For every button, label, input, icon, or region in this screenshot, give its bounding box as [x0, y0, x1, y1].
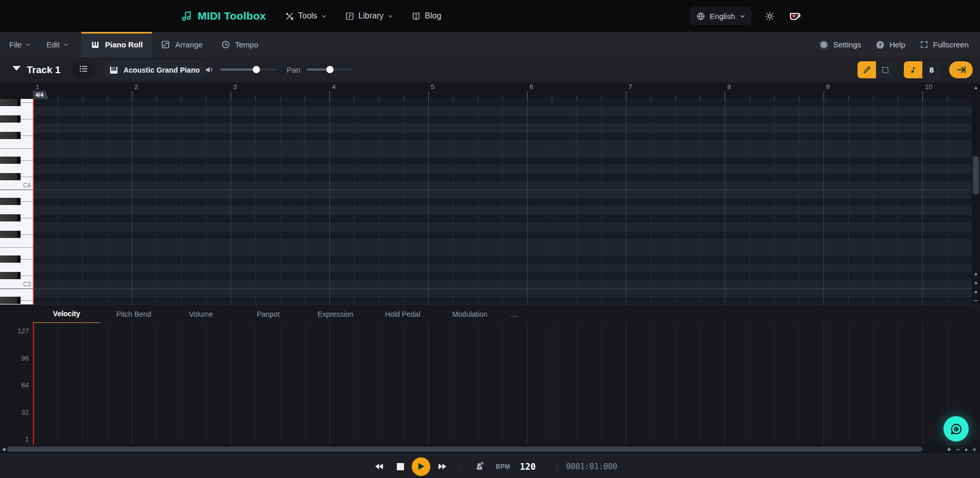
- track-name[interactable]: Track 1: [27, 57, 61, 82]
- white-key-separator: [21, 177, 33, 177]
- top-navigation: Tools Library Blog: [279, 0, 447, 32]
- bar-number: 1: [36, 83, 39, 91]
- black-key[interactable]: [0, 99, 21, 106]
- rewind-button[interactable]: [372, 454, 387, 478]
- note-length-button[interactable]: [904, 61, 922, 78]
- tab-arrange[interactable]: Arrange: [152, 32, 212, 57]
- pan-slider-thumb[interactable]: [326, 66, 334, 73]
- tab-tempo[interactable]: Tempo: [212, 32, 268, 57]
- black-key[interactable]: [0, 198, 21, 205]
- zoom-in-vertical-button[interactable]: +: [972, 280, 980, 286]
- pencil-tool-button[interactable]: [857, 61, 876, 78]
- piano-keyboard[interactable]: C4C3: [0, 99, 33, 304]
- white-key-separator: [21, 201, 33, 202]
- rewind-icon: [375, 463, 384, 470]
- volume-slider-thumb[interactable]: [253, 66, 260, 73]
- gear-icon: [819, 40, 829, 49]
- key-label: C4: [23, 182, 31, 189]
- volume-slider[interactable]: [220, 69, 277, 71]
- metronome-button[interactable]: [472, 454, 486, 478]
- zoom-out-horizontal-button[interactable]: −: [954, 445, 961, 454]
- bpm-value[interactable]: 120: [520, 454, 536, 478]
- controller-tab-volume[interactable]: Volume: [167, 305, 235, 323]
- menu-file-label: File: [9, 40, 22, 49]
- octave-separator: [0, 190, 33, 190]
- track-collapse-caret-icon[interactable]: [12, 66, 21, 71]
- feedback-fab[interactable]: [943, 416, 969, 441]
- controller-tab-panpot[interactable]: Panpot: [235, 305, 302, 323]
- controller-tabs-more-button[interactable]: ...: [503, 305, 526, 323]
- brand: MIDI Toolbox: [181, 0, 266, 32]
- tab-piano-roll[interactable]: Piano Roll: [81, 32, 152, 57]
- white-key-separator: [21, 160, 33, 161]
- pan-slider[interactable]: [307, 69, 353, 71]
- nav-blog[interactable]: Blog: [406, 7, 447, 25]
- fullscreen-label: Fullscreen: [933, 40, 969, 49]
- controller-tab-expression[interactable]: Expression: [302, 305, 369, 323]
- volume-slider-fill: [220, 69, 256, 71]
- zoom-out-vertical-button[interactable]: −: [972, 298, 980, 304]
- settings-button[interactable]: Settings: [812, 40, 868, 49]
- tab-arrange-label: Arrange: [175, 40, 202, 49]
- zoom-reset-vertical-button[interactable]: ●: [972, 289, 980, 295]
- timeline-ruler[interactable]: 12345678910: [0, 82, 972, 99]
- chevron-down-icon: [25, 42, 30, 47]
- black-key[interactable]: [0, 231, 21, 238]
- zoom-reset-horizontal-button[interactable]: ●: [962, 445, 970, 454]
- black-key[interactable]: [0, 115, 21, 123]
- white-key-separator: [21, 119, 33, 120]
- library-icon: [345, 12, 354, 21]
- note-length-value[interactable]: 8: [922, 61, 941, 78]
- menu-edit[interactable]: Edit: [40, 32, 75, 57]
- nav-library[interactable]: Library: [339, 7, 399, 25]
- playhead-grid: [33, 99, 34, 304]
- horizontal-scroll-thumb[interactable]: [7, 447, 922, 452]
- velocity-lane: 1279664321: [0, 323, 980, 445]
- controller-tab-velocity[interactable]: Velocity: [33, 305, 100, 323]
- kofi-support-icon[interactable]: [787, 8, 803, 24]
- scroll-down-button[interactable]: ▼: [972, 271, 980, 278]
- black-key[interactable]: [0, 173, 21, 180]
- play-button[interactable]: [412, 454, 430, 478]
- bar-number: 8: [727, 83, 731, 91]
- help-button[interactable]: ? Help: [868, 40, 913, 49]
- vertical-scroll-thumb[interactable]: [973, 156, 979, 195]
- controller-tab-pitch-bend[interactable]: Pitch Bend: [100, 305, 168, 323]
- fast-forward-button[interactable]: [434, 454, 449, 478]
- white-key-separator: [21, 218, 33, 218]
- track-list-button[interactable]: [72, 61, 95, 79]
- nav-blog-label: Blog: [425, 11, 441, 21]
- stop-button[interactable]: [393, 454, 408, 478]
- chat-soundwave-icon: [950, 422, 963, 436]
- fullscreen-icon: [920, 40, 929, 49]
- controller-tab-modulation[interactable]: Modulation: [436, 305, 504, 323]
- scroll-up-button[interactable]: ▲: [972, 84, 980, 91]
- black-key[interactable]: [0, 272, 21, 279]
- white-key-separator: [21, 259, 33, 260]
- chevron-down-icon: [388, 13, 393, 19]
- nav-library-label: Library: [358, 11, 383, 21]
- black-key[interactable]: [0, 297, 21, 304]
- fullscreen-button[interactable]: Fullscreen: [913, 40, 976, 49]
- velocity-lane-grid[interactable]: [33, 323, 972, 445]
- note-grid[interactable]: [33, 99, 972, 304]
- zoom-in-horizontal-button[interactable]: +: [971, 445, 978, 454]
- black-key[interactable]: [0, 214, 21, 221]
- chevron-down-icon: [321, 13, 327, 19]
- black-key[interactable]: [0, 132, 21, 139]
- nav-tools[interactable]: Tools: [279, 7, 333, 25]
- instrument-selector[interactable]: Acoustic Grand Piano: [103, 60, 207, 79]
- scroll-right-button[interactable]: ▶: [946, 445, 953, 454]
- black-key[interactable]: [0, 255, 21, 263]
- controller-tab-hold-pedal[interactable]: Hold Pedal: [369, 305, 436, 323]
- black-key[interactable]: [0, 157, 21, 164]
- tempo-clock-icon: [221, 40, 230, 49]
- theme-toggle-sun-icon[interactable]: [762, 8, 777, 24]
- select-tool-button[interactable]: [876, 61, 895, 78]
- brand-name: MIDI Toolbox: [198, 10, 266, 22]
- go-to-end-button[interactable]: [949, 61, 973, 78]
- bar-number: 4: [332, 83, 336, 91]
- menu-file[interactable]: File: [3, 32, 37, 57]
- language-selector[interactable]: English: [690, 7, 751, 25]
- scroll-left-button[interactable]: ◀: [0, 445, 7, 454]
